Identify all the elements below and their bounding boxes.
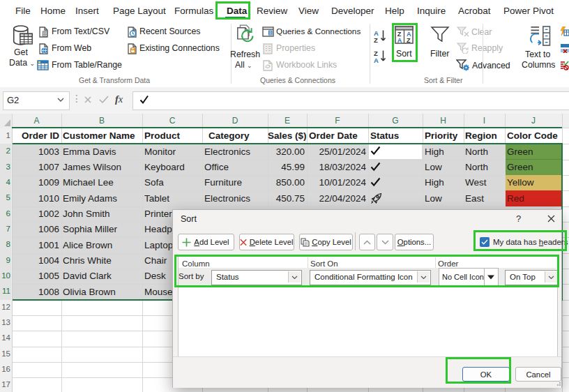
svg-text:Z: Z: [374, 36, 378, 43]
svg-text:A: A: [374, 56, 379, 63]
